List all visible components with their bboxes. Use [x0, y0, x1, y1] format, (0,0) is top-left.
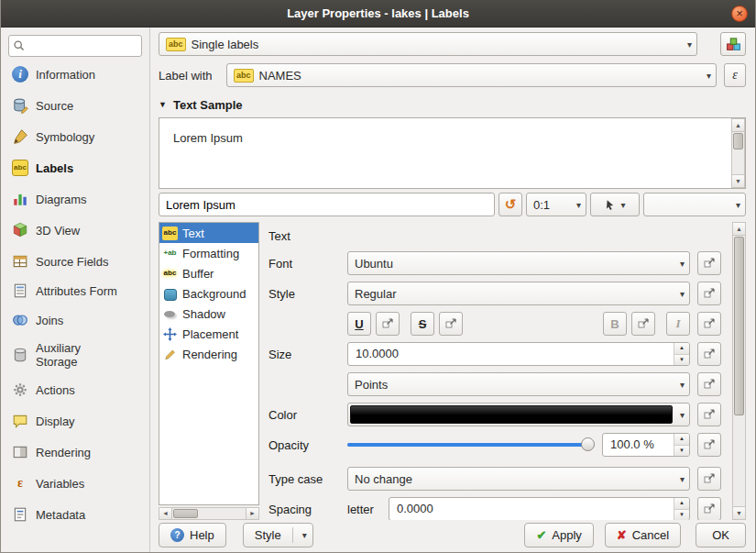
italic-button[interactable]: I [666, 312, 690, 336]
sidebar-item-3d-view[interactable]: 3D View [1, 215, 149, 246]
scrollbar-track[interactable] [733, 236, 745, 506]
cancel-button[interactable]: ✘ Cancel [605, 523, 681, 547]
sidebar-item-actions[interactable]: Actions [1, 374, 149, 405]
joins-icon [12, 312, 28, 328]
tab-placement[interactable]: Placement [159, 324, 258, 344]
sidebar-item-joins[interactable]: Joins [1, 304, 149, 336]
data-defined-override-button[interactable] [439, 312, 463, 336]
scroll-left-icon[interactable]: ◄ [159, 508, 172, 519]
scrollbar-track[interactable] [732, 132, 744, 174]
cursor-icon [604, 199, 616, 211]
bold-button[interactable]: B [603, 312, 627, 336]
scroll-up-icon[interactable]: ▲ [733, 223, 745, 236]
tab-text[interactable]: abc Text [159, 223, 258, 243]
sidebar-item-diagrams[interactable]: Diagrams [1, 183, 149, 215]
style-value: Regular [355, 287, 397, 301]
sidebar-item-variables[interactable]: Variables [1, 468, 149, 499]
reset-sample-button[interactable]: ↺ [499, 193, 522, 216]
sample-text-input[interactable] [159, 193, 495, 216]
sidebar-item-information[interactable]: Information [1, 59, 149, 90]
tab-rendering[interactable]: Rendering [159, 344, 258, 364]
data-defined-override-button[interactable] [697, 433, 721, 457]
data-defined-override-button[interactable] [631, 312, 655, 336]
sidebar-item-rendering[interactable]: Rendering [1, 437, 149, 468]
tab-background[interactable]: Background [159, 283, 258, 304]
data-defined-override-button[interactable] [697, 467, 721, 491]
spinner-up-icon[interactable]: ▲ [674, 434, 689, 446]
data-defined-override-button[interactable] [697, 342, 721, 366]
apply-button[interactable]: ✔ Apply [524, 523, 593, 547]
spinner-down-icon[interactable]: ▼ [674, 355, 689, 366]
sidebar-item-source[interactable]: Source [1, 90, 149, 121]
opacity-controls: 100.0 % ▲ ▼ [347, 433, 690, 457]
tab-list-horizontal-scrollbar[interactable]: ◄ ► [159, 507, 259, 520]
title-bar[interactable]: Layer Properties - lakes | Labels × [1, 0, 755, 28]
sidebar-item-metadata[interactable]: Metadata [1, 499, 149, 530]
scrollbar-thumb[interactable] [734, 237, 744, 415]
text-sample-header[interactable]: ▼ Text Sample [159, 97, 746, 112]
tab-label: Placement [182, 327, 238, 341]
underline-button[interactable]: U [347, 312, 371, 336]
data-defined-override-icon [703, 317, 716, 330]
ok-button[interactable]: OK [696, 523, 746, 547]
data-defined-override-icon [703, 438, 716, 451]
label-with-row: Label with abc NAMES ▾ ε [159, 63, 746, 87]
scroll-up-icon[interactable]: ▲ [732, 119, 744, 132]
preview-background-combobox[interactable]: ▾ [643, 193, 746, 216]
sidebar-item-auxiliary-storage[interactable]: Auxiliary Storage [1, 336, 149, 374]
type-case-combobox[interactable]: No change ▾ [347, 467, 690, 491]
expression-builder-button[interactable]: ε [724, 63, 746, 87]
engine-settings-button[interactable] [720, 32, 746, 56]
tab-buffer[interactable]: abc Buffer [159, 263, 258, 283]
settings-scrollbar[interactable]: ▲ ▼ [732, 222, 746, 520]
scroll-down-icon[interactable]: ▼ [732, 174, 744, 187]
strikeout-button[interactable]: S [411, 312, 434, 336]
tab-formatting[interactable]: +ab Formatting [159, 243, 258, 263]
spinner-up-icon[interactable]: ▲ [674, 498, 689, 510]
data-defined-override-button[interactable] [697, 312, 721, 336]
placement-mode-combobox[interactable]: abc Single labels ▾ [159, 32, 697, 56]
scroll-down-icon[interactable]: ▼ [733, 506, 745, 519]
sidebar-item-display[interactable]: Display [1, 405, 149, 437]
scrollbar-track[interactable] [172, 508, 246, 519]
scrollbar-thumb[interactable] [733, 133, 743, 149]
search-input[interactable] [8, 35, 142, 57]
map-sample-button[interactable]: ▾ [590, 193, 640, 216]
data-defined-override-button[interactable] [697, 282, 721, 305]
sidebar-item-attributes-form[interactable]: Attributes Form [1, 277, 149, 304]
sidebar-item-labels[interactable]: Labels [1, 152, 149, 183]
tab-shadow[interactable]: Shadow [159, 304, 258, 324]
scroll-right-icon[interactable]: ► [246, 508, 258, 519]
data-defined-override-button[interactable] [697, 497, 721, 520]
help-button[interactable]: ? Help [159, 523, 226, 547]
font-combobox[interactable]: Ubuntu ▾ [347, 251, 690, 275]
size-spinbox[interactable]: 10.0000 ▲ ▼ [347, 342, 690, 366]
font-color-button[interactable]: ▾ [347, 403, 690, 426]
data-defined-override-button[interactable] [376, 312, 400, 336]
text-tab-icon: abc [162, 227, 178, 240]
data-defined-override-button[interactable] [697, 251, 721, 275]
close-button[interactable]: × [731, 6, 748, 22]
spinner-down-icon[interactable]: ▼ [674, 446, 689, 457]
sidebar-item-symbology[interactable]: Symbology [1, 121, 149, 152]
data-defined-override-button[interactable] [697, 372, 721, 396]
opacity-slider[interactable] [347, 433, 595, 457]
preview-scale-combobox[interactable]: 0:1 ▾ [526, 193, 586, 216]
data-defined-override-button[interactable] [697, 403, 721, 426]
preview-scrollbar[interactable]: ▲ ▼ [731, 118, 745, 188]
spinner-up-icon[interactable]: ▲ [674, 343, 689, 355]
sidebar-item-label: Joins [36, 314, 120, 327]
slider-handle[interactable] [581, 437, 595, 451]
3d-view-icon [12, 222, 28, 238]
divider [292, 527, 293, 543]
label-with-combobox[interactable]: abc NAMES ▾ [226, 63, 717, 87]
style-menu-button[interactable]: Style ▾ [243, 523, 313, 547]
sidebar-item-source-fields[interactable]: Source Fields [1, 246, 149, 277]
scrollbar-thumb[interactable] [173, 509, 198, 518]
size-units-combobox[interactable]: Points ▾ [347, 372, 690, 396]
sidebar-item-label: Variables [36, 477, 120, 491]
opacity-spinbox[interactable]: 100.0 % ▲ ▼ [602, 433, 690, 457]
style-combobox[interactable]: Regular ▾ [347, 282, 690, 305]
spinner-down-icon[interactable]: ▼ [674, 510, 689, 521]
letter-spacing-spinbox[interactable]: 0.0000 ▲ ▼ [389, 497, 690, 520]
